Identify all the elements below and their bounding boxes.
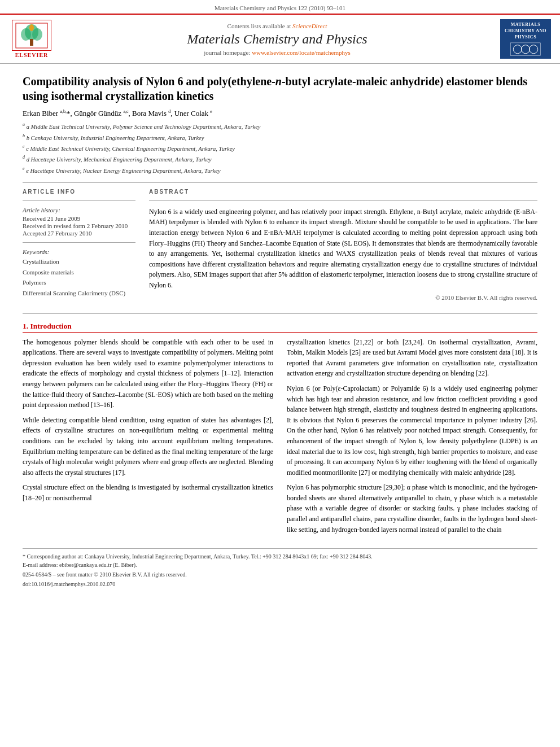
article-content: Compatibility analysis of Nylon 6 and po… — [0, 64, 560, 599]
article-title: Compatibility analysis of Nylon 6 and po… — [23, 74, 537, 103]
keywords-block: Keywords: Crystallization Composite mate… — [23, 248, 135, 299]
affiliation-b: b b Cankaya University, Industrial Engin… — [23, 133, 537, 143]
accepted-date: Accepted 27 February 2010 — [23, 230, 135, 237]
logo-line-3: PHYSICS — [515, 34, 536, 40]
email-note: E-mail address: ebiber@cankaya.edu.tr (E… — [23, 561, 537, 569]
abstract-column: ABSTRACT Nylon 6 is a widely used engine… — [149, 189, 537, 304]
elsevier-logo: ELSEVIER — [9, 20, 54, 58]
keywords-label: Keywords: — [23, 248, 135, 255]
elsevier-logo-box — [12, 20, 51, 51]
affiliation-d: d d Hacettepe University, Mechanical Eng… — [23, 154, 537, 164]
journal-header: Materials Chemistry and Physics 122 (201… — [0, 0, 560, 14]
svg-point-2 — [21, 28, 31, 41]
intro-para-1: The homogenous polymer blends should be … — [23, 337, 273, 410]
logo-line-1: MATERIALS — [511, 21, 540, 28]
corresponding-author-note: * Corresponding author at: Cankaya Unive… — [23, 552, 537, 561]
journal-title: Materials Chemistry and Physics — [61, 32, 493, 47]
copyright: © 2010 Elsevier B.V. All rights reserved… — [149, 294, 537, 301]
divider-abstract — [149, 200, 537, 201]
divider-1 — [23, 182, 537, 183]
body-two-col: The homogenous polymer blends should be … — [23, 337, 537, 540]
footnotes: * Corresponding author at: Cankaya Unive… — [23, 548, 537, 588]
abstract-label: ABSTRACT — [149, 189, 537, 195]
journal-homepage: journal homepage: www.elsevier.com/locat… — [61, 49, 493, 56]
history-label: Article history: — [23, 207, 135, 213]
section-1-heading: 1. Introduction — [23, 322, 537, 333]
article-info-label: ARTICLE INFO — [23, 189, 135, 195]
right-para-3: Nylon 6 has polymorphic structure [29,30… — [287, 482, 537, 535]
divider-body — [23, 313, 537, 314]
article-info-column: ARTICLE INFO Article history: Received 2… — [23, 189, 135, 304]
affiliation-a: a a Middle East Technical University, Po… — [23, 121, 537, 132]
affiliations: a a Middle East Technical University, Po… — [23, 121, 537, 175]
keyword-2: Composite materials — [23, 267, 135, 278]
homepage-url[interactable]: www.elsevier.com/locate/matchemphys — [252, 49, 351, 56]
revised-date: Received in revised form 2 February 2010 — [23, 222, 135, 229]
right-para-1: crystallization kinetics [21,22] or both… — [287, 337, 537, 379]
abstract-text: Nylon 6 is a widely used engineering pol… — [149, 207, 537, 291]
page: Materials Chemistry and Physics 122 (201… — [0, 0, 560, 747]
right-para-2: Nylon 6 (or Poly(ε-Caprolactam) or Polya… — [287, 383, 537, 478]
journal-logo-image: MATERIALS CHEMISTRY AND PHYSICS — [500, 19, 551, 59]
banner-center: Contents lists available at ScienceDirec… — [61, 23, 493, 56]
authors-line: Erkan Biber a,b,*, Güngör Gündüz a,c, Bo… — [23, 109, 537, 118]
sciencedirect-link[interactable]: ScienceDirect — [292, 23, 327, 29]
keyword-3: Polymers — [23, 277, 135, 288]
affiliation-e: e e Hacettepe University, Nuclear Energy… — [23, 165, 537, 176]
body-left: The homogenous polymer blends should be … — [23, 337, 273, 540]
doi-line: doi:10.1016/j.matchemphys.2010.02.070 — [23, 580, 537, 588]
elsevier-wordmark: ELSEVIER — [15, 52, 49, 58]
keyword-4: Differential Scanning Calorimetry (DSC) — [23, 288, 135, 299]
intro-para-2: While detecting compatible blend conditi… — [23, 415, 273, 478]
intro-para-3: Crystal structure effect on the blending… — [23, 482, 273, 503]
svg-point-3 — [32, 28, 42, 41]
logo-line-2: CHEMISTRY AND — [505, 28, 546, 34]
divider-keywords — [23, 242, 135, 243]
issn-line: 0254-0584/$ – see front matter © 2010 El… — [23, 570, 537, 579]
article-history: Article history: Received 21 June 2009 R… — [23, 207, 135, 237]
received-date: Received 21 June 2009 — [23, 215, 135, 222]
article-info-abstract: ARTICLE INFO Article history: Received 2… — [23, 189, 537, 304]
affiliation-c: c c Middle East Technical University, Ch… — [23, 143, 537, 154]
svg-rect-4 — [30, 39, 33, 46]
journal-citation: Materials Chemistry and Physics 122 (201… — [215, 5, 345, 11]
keywords-list: Crystallization Composite materials Poly… — [23, 256, 135, 299]
divider-info — [23, 200, 135, 201]
body-right: crystallization kinetics [21,22] or both… — [287, 337, 537, 540]
svg-point-5 — [29, 24, 34, 31]
top-banner: ELSEVIER Contents lists available at Sci… — [0, 14, 560, 64]
keyword-1: Crystallization — [23, 256, 135, 267]
sciencedirect-line: Contents lists available at ScienceDirec… — [61, 23, 493, 29]
section-introduction: 1. Introduction The homogenous polymer b… — [23, 322, 537, 540]
